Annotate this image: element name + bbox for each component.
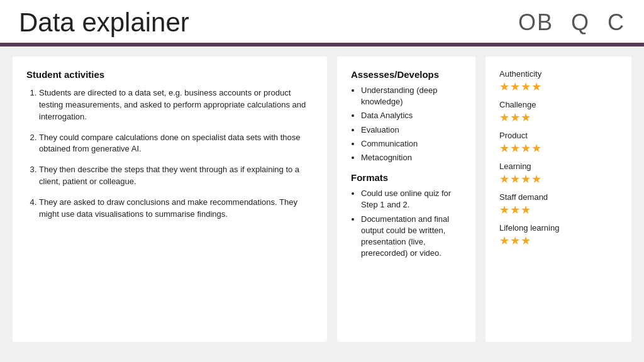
page-title: Data explainer <box>19 8 189 38</box>
rating-item: Product★★★★ <box>499 131 618 155</box>
activities-list: Students are directed to a data set, e.g… <box>26 87 313 221</box>
list-item: Understanding (deep knowledge) <box>361 85 462 107</box>
rating-label: Challenge <box>499 100 618 109</box>
main-content: Student activities Students are directed… <box>0 47 644 352</box>
left-panel-title: Student activities <box>26 69 313 80</box>
formats-list: Could use online quiz for Step 1 and 2. … <box>351 188 462 259</box>
rating-label: Learning <box>499 162 618 171</box>
rating-stars: ★★★★ <box>499 172 618 186</box>
list-item: They are asked to draw conclusions and m… <box>39 197 313 221</box>
icon-q: Q <box>571 9 590 36</box>
rating-stars: ★★★ <box>499 234 618 248</box>
rating-label: Product <box>499 131 618 140</box>
list-item: They could compare calculations done on … <box>39 132 313 156</box>
page-header: Data explainer OB Q C <box>0 0 644 43</box>
list-item: Metacognition <box>361 152 462 163</box>
icon-c: C <box>608 9 625 36</box>
list-item: Students are directed to a data set, e.g… <box>39 87 313 123</box>
list-item: Data Analytics <box>361 110 462 121</box>
right-panel: Authenticity★★★★Challenge★★★Product★★★★L… <box>486 57 631 342</box>
left-panel: Student activities Students are directed… <box>13 57 327 342</box>
list-item: Communication <box>361 138 462 150</box>
list-item: Documentation and final output could be … <box>361 214 462 260</box>
rating-item: Staff demand★★★ <box>499 192 618 217</box>
header-icons: OB Q C <box>518 9 625 36</box>
rating-stars: ★★★ <box>499 203 618 217</box>
rating-label: Staff demand <box>499 192 618 202</box>
list-item: Evaluation <box>361 124 462 136</box>
rating-stars: ★★★★ <box>499 80 618 94</box>
rating-item: Learning★★★★ <box>499 162 618 186</box>
rating-stars: ★★★ <box>499 111 618 124</box>
icon-ob: OB <box>518 9 553 36</box>
middle-panel: Assesses/Develops Understanding (deep kn… <box>337 57 475 342</box>
formats-title: Formats <box>351 172 462 183</box>
assesses-title: Assesses/Develops <box>351 69 462 80</box>
rating-label: Lifelong learning <box>499 223 618 233</box>
rating-item: Challenge★★★ <box>499 100 618 124</box>
list-item: They then describe the steps that they w… <box>39 164 313 188</box>
rating-item: Authenticity★★★★ <box>499 69 618 94</box>
formats-section: Formats Could use online quiz for Step 1… <box>351 172 462 259</box>
assesses-list: Understanding (deep knowledge) Data Anal… <box>351 85 462 163</box>
list-item: Could use online quiz for Step 1 and 2. <box>361 188 462 211</box>
rating-label: Authenticity <box>499 69 618 79</box>
rating-item: Lifelong learning★★★ <box>499 223 618 248</box>
rating-stars: ★★★★ <box>499 141 618 155</box>
